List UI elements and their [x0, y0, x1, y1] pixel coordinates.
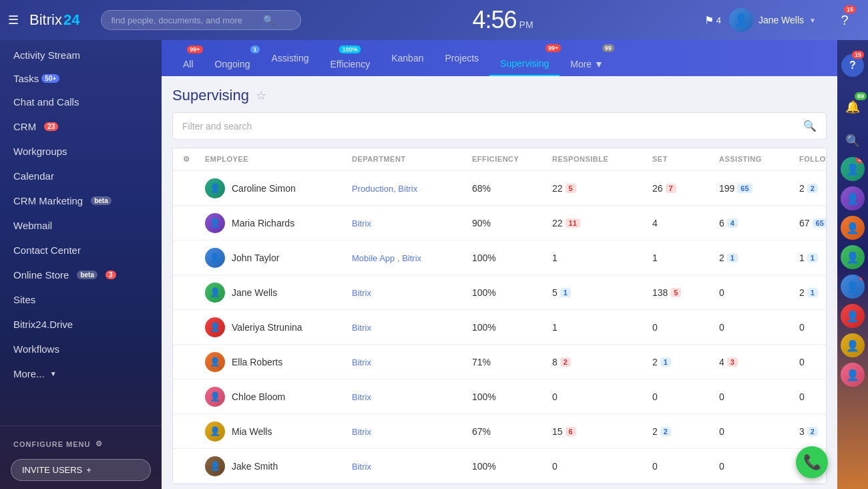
search-button[interactable]: 🔍 [840, 128, 865, 154]
page-title-row: Supervising ☆ [172, 87, 827, 104]
dept-link[interactable]: Production, Bitrix [352, 184, 417, 194]
user-profile-area[interactable]: 👤 Jane Wells ▼ [729, 8, 816, 32]
rp-avatar-7[interactable]: 👤 [841, 333, 865, 357]
sidebar-item-more[interactable]: More... ▼ [0, 361, 162, 386]
logo-24-text: 24 [63, 11, 79, 29]
flag-icon: ⚑ [704, 14, 714, 27]
tab-kanban[interactable]: Kanban [381, 40, 434, 76]
global-search-bar[interactable]: 🔍 [101, 10, 301, 30]
tab-supervising-badge: 99+ [546, 44, 561, 52]
avatar: 👤 [205, 248, 225, 268]
sidebar-bottom: CONFIGURE MENU ⚙ INVITE USERS + [0, 426, 162, 489]
data-table: ⚙ EMPLOYEE DEPARTMENT EFFICIENCY RESPONS… [172, 148, 827, 484]
online-store-badge: 3 [105, 271, 116, 279]
avatar: 👤 [205, 178, 225, 198]
sidebar-item-label: Activity Stream [13, 49, 80, 61]
rp-avatar-4[interactable]: 👤 [841, 245, 865, 269]
sidebar-item-sites[interactable]: Sites [0, 287, 162, 312]
sidebar-item-chat-calls[interactable]: Chat and Calls [0, 90, 162, 114]
notifications-button[interactable]: ? 15 [829, 0, 860, 40]
sidebar-item-workflows[interactable]: Workflows [0, 337, 162, 361]
dept-link[interactable]: Bitrix [352, 357, 371, 367]
filter-bar: 🔍 [172, 112, 827, 140]
dept-link[interactable]: Bitrix [352, 288, 371, 298]
sidebar-item-workgroups[interactable]: Workgroups [0, 139, 162, 164]
favorite-star-icon[interactable]: ☆ [256, 88, 266, 103]
tab-more[interactable]: More ▼ 99 [560, 40, 614, 76]
rp-avatar-8[interactable]: 👤 [841, 363, 865, 387]
employee-name[interactable]: Caroline Simon [232, 183, 296, 194]
tab-assisting[interactable]: Assisting [261, 40, 320, 76]
search-input[interactable] [111, 15, 258, 25]
efficiency-cell: 100% [467, 287, 547, 298]
table-row: 👤 Mia Wells Bitrix 67% 156 22 0 32 [173, 414, 826, 449]
th-following: FOLLOWING [794, 155, 827, 164]
sidebar-item-crm[interactable]: CRM 23 [0, 114, 162, 139]
dept-link[interactable]: Bitrix [352, 218, 371, 228]
tab-efficiency[interactable]: Efficiency 100% [320, 40, 381, 76]
employee-name[interactable]: Jane Wells [232, 287, 277, 298]
rp-avatar-5[interactable]: 👤 2 [841, 275, 865, 299]
top-header: ☰ Bitrix 24 🔍 4:56 PM ⚑ 4 👤 Jane Wells ▼… [0, 0, 868, 40]
employee-name[interactable]: Ella Roberts [232, 357, 282, 367]
sidebar-item-webmail[interactable]: Webmail [0, 213, 162, 238]
hamburger-menu-icon[interactable]: ☰ [8, 13, 19, 27]
sidebar-item-label: Workgroups [13, 146, 67, 157]
table-row: 👤 Chloe Bloom Bitrix 100% 0 0 0 0 [173, 379, 826, 414]
sidebar-item-calendar[interactable]: Calendar [0, 164, 162, 188]
settings-icon[interactable]: ⚙ [183, 155, 190, 164]
rp-avatar-6[interactable]: 👤 [841, 304, 865, 328]
sidebar-item-crm-marketing[interactable]: CRM Marketing beta [0, 188, 162, 213]
sidebar-item-activity-stream[interactable]: Activity Stream [0, 43, 162, 67]
tab-supervising[interactable]: Supervising 99+ [489, 40, 560, 76]
avatar: 👤 [205, 352, 225, 372]
employee-name[interactable]: Valeriya Strunina [232, 322, 302, 333]
sidebar-item-label: CRM Marketing [13, 195, 83, 206]
filter-search-icon: 🔍 [803, 120, 817, 132]
rp-avatar-1[interactable]: 👤 15 [841, 157, 865, 181]
sidebar-item-drive[interactable]: Bitrix24.Drive [0, 312, 162, 337]
sidebar-item-online-store[interactable]: Online Store beta 3 [0, 263, 162, 287]
search-icon: 🔍 [263, 15, 274, 25]
employee-name[interactable]: Jake Smith [232, 461, 278, 472]
help-button[interactable]: ? 15 [837, 45, 868, 86]
efficiency-cell: 100% [467, 461, 547, 472]
sidebar-item-label: Chat and Calls [13, 96, 79, 108]
dept-link[interactable]: Mobile App , Bitrix [352, 253, 421, 263]
sidebar-item-tasks[interactable]: Tasks 50+ [0, 67, 162, 90]
table-header: ⚙ EMPLOYEE DEPARTMENT EFFICIENCY RESPONS… [173, 148, 826, 171]
tab-ongoing-label: Ongoing [215, 59, 250, 69]
employee-name[interactable]: John Taylor [232, 253, 279, 263]
tab-projects[interactable]: Projects [434, 40, 489, 76]
filter-input[interactable] [182, 121, 803, 132]
rp-avatar-2[interactable]: 👤 [841, 186, 865, 210]
tab-all[interactable]: All 99+ [172, 40, 204, 76]
employee-cell: 👤 Valeriya Strunina [205, 317, 341, 337]
sidebar-item-contact-center[interactable]: Contact Center [0, 238, 162, 263]
clock-area: 4:56 PM [309, 6, 696, 34]
plus-icon: + [86, 465, 91, 475]
tab-ongoing[interactable]: Ongoing 1 [204, 40, 261, 76]
employee-name[interactable]: Chloe Bloom [232, 391, 285, 402]
table-row: 👤 Jane Wells Bitrix 100% 51 1385 0 21 [173, 275, 826, 310]
dept-link[interactable]: Bitrix [352, 323, 371, 333]
table-row: 👤 Jake Smith Bitrix 100% 0 0 0 0 [173, 449, 826, 484]
bell-button[interactable]: 🔔 69 [837, 87, 868, 127]
employee-name[interactable]: Mia Wells [232, 426, 272, 437]
avatar: 👤 [205, 283, 225, 303]
rp-avatar-3[interactable]: 👤 [841, 216, 865, 240]
dept-link[interactable]: Bitrix [352, 392, 371, 402]
content-area: All 99+ Ongoing 1 Assisting Efficiency 1… [162, 40, 837, 489]
invite-users-button[interactable]: INVITE USERS + [11, 459, 151, 481]
configure-menu-button[interactable]: CONFIGURE MENU ⚙ [11, 434, 151, 454]
avatar: 👤 [205, 317, 225, 337]
dept-link[interactable]: Bitrix [352, 462, 371, 472]
sidebar: Activity Stream Tasks 50+ Chat and Calls… [0, 40, 162, 489]
right-panel: ? 15 🔔 69 🔍 👤 15 👤 👤 👤 👤 2 👤 👤 👤 [837, 40, 868, 489]
flag-area[interactable]: ⚑ 4 [704, 14, 721, 27]
th-responsible: RESPONSIBLE [547, 155, 647, 164]
phone-button[interactable]: 📞 [796, 446, 828, 478]
dept-link[interactable]: Bitrix [352, 427, 371, 437]
employee-cell: 👤 Mia Wells [205, 422, 341, 442]
employee-name[interactable]: Maria Richards [232, 218, 294, 228]
